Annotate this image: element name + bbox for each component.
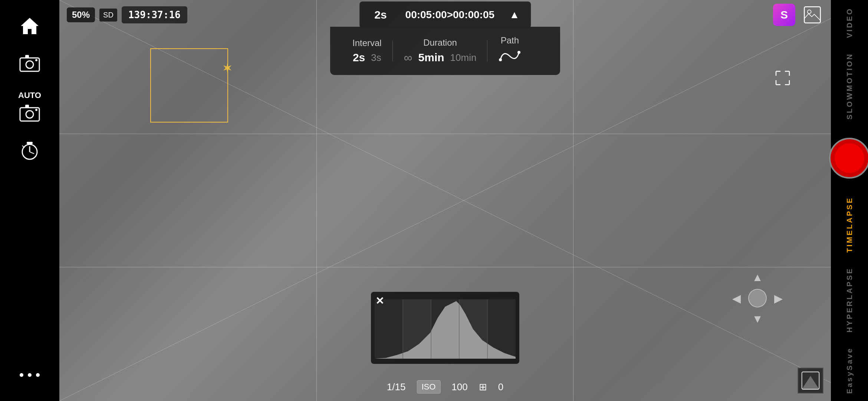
more-button[interactable] [19, 364, 41, 386]
home-button[interactable] [19, 15, 41, 37]
expand-button[interactable]: ▲ [506, 9, 523, 21]
record-button-inner [835, 143, 864, 173]
svg-point-2 [26, 61, 33, 68]
svg-rect-7 [25, 105, 29, 108]
move-center-joystick[interactable] [748, 289, 767, 307]
duration-alt[interactable]: 10min [450, 52, 477, 63]
svg-rect-32 [375, 299, 403, 359]
path-row [499, 49, 521, 67]
sd-label: SD [103, 11, 114, 19]
svg-line-11 [30, 152, 34, 154]
right-sidebar: VIDEO SLOWMOTION TIMELAPSE HYPERLAPSE Ea… [831, 0, 868, 401]
left-sidebar: AUTO [0, 0, 59, 401]
time-counter: 00:05:00>00:00:05 [402, 9, 499, 21]
auto-label: AUTO [18, 91, 41, 100]
move-row: ◀ ▶ [729, 289, 786, 307]
path-section: Path [487, 35, 532, 67]
auto-camera-group: AUTO [18, 89, 41, 124]
shutter-speed[interactable]: 1/15 [387, 381, 406, 393]
svg-marker-0 [21, 18, 39, 34]
camera-button[interactable] [19, 52, 41, 74]
top-left-controls: 50% SD 139:37:16 [67, 6, 187, 23]
interval-section: Interval 2s 3s [341, 38, 393, 64]
bottom-bar: 1/15 ISO 100 ⊞ 0 [387, 380, 503, 394]
iso-badge: ISO [417, 380, 440, 394]
histogram-chart [375, 299, 516, 359]
svg-marker-42 [802, 376, 819, 389]
move-down-button[interactable]: ▼ [748, 311, 767, 327]
slowmotion-mode-label[interactable]: SLOWMOTION [845, 53, 854, 120]
interval-alt[interactable]: 3s [371, 52, 381, 63]
time-display: 139:37:16 [122, 6, 187, 23]
timelapse-controls: 2s 00:05:00>00:00:05 ▲ [359, 1, 531, 28]
svg-point-14 [20, 373, 23, 377]
svg-point-4 [35, 59, 37, 61]
expand-view-icon[interactable] [775, 71, 790, 88]
svg-point-15 [28, 373, 32, 377]
top-center-controls: 2s 00:05:00>00:00:05 ▲ [359, 1, 531, 28]
svg-point-22 [499, 58, 502, 61]
histogram-panel: ✕ [371, 292, 519, 364]
ev-value[interactable]: 0 [498, 381, 503, 393]
svg-point-23 [517, 51, 520, 54]
duration-row: ∞ 5min 10min [404, 51, 477, 65]
gallery-thumbnail[interactable] [798, 368, 823, 394]
interval-label: Interval [352, 38, 382, 48]
move-controls: ▲ ◀ ▶ ▼ [729, 270, 786, 327]
svg-point-6 [26, 111, 33, 118]
ev-icon: ⊞ [479, 381, 487, 393]
top-bar: 50% SD 139:37:16 2s 00:05:00>00:00:05 ▲ … [59, 0, 831, 30]
duration-section: Duration ∞ 5min 10min [393, 38, 488, 65]
top-right-controls: S [773, 4, 823, 26]
svg-point-16 [36, 373, 40, 377]
easysave-mode-label[interactable]: EasySave [845, 347, 854, 394]
profile-badge[interactable]: S [773, 4, 795, 26]
gallery-button[interactable] [801, 4, 823, 26]
sd-badge: SD [99, 9, 117, 22]
move-left-button[interactable]: ◀ [729, 290, 744, 306]
path-icon[interactable] [499, 49, 521, 67]
record-button[interactable] [829, 138, 868, 179]
interval-row: 2s 3s [353, 51, 381, 64]
svg-point-21 [808, 10, 811, 14]
settings-panel: Interval 2s 3s Duration ∞ 5min 10min Pat… [330, 27, 560, 75]
move-right-button[interactable]: ▶ [770, 290, 786, 306]
iso-value[interactable]: 100 [451, 381, 467, 393]
timer-button[interactable] [19, 139, 41, 161]
hyperlapse-mode-label[interactable]: HYPERLAPSE [845, 267, 854, 333]
interval-selected[interactable]: 2s [353, 51, 365, 64]
path-label: Path [501, 35, 519, 46]
camera-view[interactable]: 50% SD 139:37:16 2s 00:05:00>00:00:05 ▲ … [59, 0, 831, 401]
duration-label: Duration [423, 38, 457, 48]
duration-infinity[interactable]: ∞ [404, 51, 412, 65]
video-mode-label[interactable]: VIDEO [845, 7, 854, 38]
zoom-badge[interactable]: 50% [67, 7, 95, 22]
current-interval[interactable]: 2s [367, 9, 394, 21]
timelapse-mode-label[interactable]: TIMELAPSE [845, 197, 854, 252]
svg-rect-20 [804, 7, 820, 23]
svg-rect-12 [27, 142, 33, 144]
histogram-close-button[interactable]: ✕ [375, 295, 384, 307]
move-up-button[interactable]: ▲ [748, 270, 767, 285]
duration-selected[interactable]: 5min [418, 51, 444, 64]
app: AUTO [0, 0, 868, 401]
svg-point-8 [35, 109, 37, 111]
svg-rect-3 [25, 55, 29, 58]
